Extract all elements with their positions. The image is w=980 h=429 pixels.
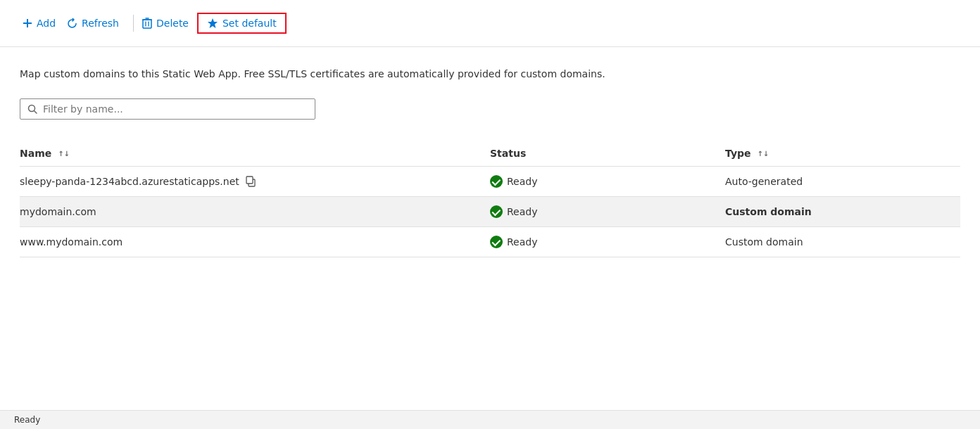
svg-rect-2 — [143, 20, 151, 28]
table-row[interactable]: www.mydomain.comReadyCustom domain — [20, 227, 960, 257]
status-text-value: Ready — [507, 206, 537, 217]
refresh-icon — [67, 18, 77, 29]
toolbar: Add Refresh Delete Set default — [0, 0, 980, 47]
svg-rect-11 — [246, 177, 253, 184]
cell-name: sleepy-panda-1234abcd.azurestaticapps.ne… — [20, 167, 490, 197]
cell-type: Auto-generated — [725, 167, 960, 197]
domain-name: sleepy-panda-1234abcd.azurestaticapps.ne… — [20, 176, 239, 187]
table-row[interactable]: mydomain.comReadyCustom domain — [20, 197, 960, 227]
cell-status: Ready — [490, 167, 725, 197]
content-area: Map custom domains to this Static Web Ap… — [0, 47, 980, 257]
type-sort-arrows[interactable]: ↑↓ — [757, 151, 769, 158]
domains-table: Name ↑↓ Status Type ↑↓ sleepy-panda-1234… — [20, 141, 960, 257]
domain-name: mydomain.com — [20, 206, 96, 217]
delete-button[interactable]: Delete — [139, 13, 197, 33]
status-check-icon — [490, 205, 503, 218]
refresh-button[interactable]: Refresh — [64, 13, 127, 33]
refresh-label: Refresh — [82, 18, 119, 29]
cell-status: Ready — [490, 227, 725, 257]
delete-label: Delete — [156, 18, 189, 29]
col-name: Name ↑↓ — [20, 141, 490, 167]
cell-name: www.mydomain.com — [20, 227, 490, 257]
toolbar-divider — [133, 15, 134, 32]
cell-name: mydomain.com — [20, 197, 490, 227]
cell-type: Custom domain — [725, 227, 960, 257]
plus-icon — [23, 18, 32, 28]
copy-button[interactable] — [245, 176, 256, 187]
status-check-icon — [490, 175, 503, 188]
col-type: Type ↑↓ — [725, 141, 960, 167]
svg-marker-7 — [208, 18, 218, 28]
status-check-icon — [490, 236, 503, 248]
cell-status: Ready — [490, 197, 725, 227]
delete-icon — [142, 18, 152, 29]
status-bar: Ready — [0, 410, 980, 429]
svg-line-9 — [34, 111, 37, 114]
search-icon — [27, 104, 37, 114]
add-label: Add — [37, 18, 56, 29]
filter-container — [20, 98, 315, 120]
table-row[interactable]: sleepy-panda-1234abcd.azurestaticapps.ne… — [20, 167, 960, 197]
domain-name: www.mydomain.com — [20, 236, 122, 248]
star-icon — [207, 18, 218, 29]
status-text-value: Ready — [507, 176, 537, 187]
set-default-button[interactable]: Set default — [197, 13, 287, 34]
cell-type: Custom domain — [725, 197, 960, 227]
add-button[interactable]: Add — [20, 13, 64, 33]
description-text: Map custom domains to this Static Web Ap… — [20, 67, 960, 82]
col-status: Status — [490, 141, 725, 167]
set-default-label: Set default — [222, 18, 277, 29]
name-sort-arrows[interactable]: ↑↓ — [58, 151, 70, 158]
table-header-row: Name ↑↓ Status Type ↑↓ — [20, 141, 960, 167]
filter-input[interactable] — [43, 103, 308, 115]
copy-icon — [245, 176, 256, 187]
status-text: Ready — [14, 415, 40, 425]
status-text-value: Ready — [507, 236, 537, 248]
